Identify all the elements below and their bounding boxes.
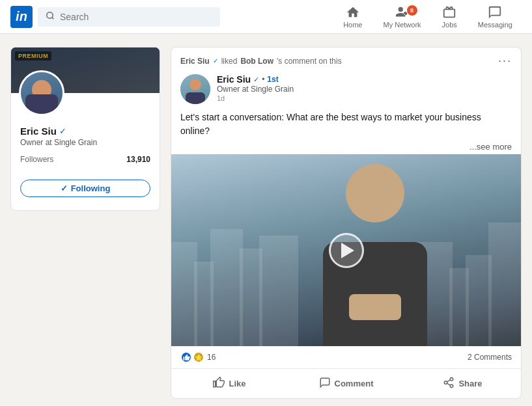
premium-badge: PREMIUM [15, 51, 51, 61]
nav-items: Home 8 My Network Jobs Messaging [334, 0, 522, 34]
post-card: Eric Siu ✓ liked Bob Low 's comment on t… [171, 47, 522, 399]
nav-messaging-label: Messaging [478, 21, 512, 29]
nav-messaging[interactable]: Messaging [469, 0, 522, 34]
main-layout: PREMIUM Eric Siu ✓ Owner at Single Grain [0, 34, 532, 406]
action-row: Like Comment Share [171, 369, 521, 398]
post-verified-icon: ✓ [253, 75, 259, 84]
profile-name[interactable]: Eric Siu [20, 126, 57, 137]
svg-point-4 [445, 381, 448, 385]
notification-badge: 8 [407, 5, 417, 16]
activity-suffix: 's comment on this [277, 57, 342, 66]
followers-count: 13,910 [126, 155, 150, 164]
top-navigation: in Home 8 My Network Jobs Messaging [0, 0, 532, 34]
search-input[interactable] [60, 12, 212, 22]
actor-verified-icon: ✓ [213, 57, 218, 64]
profile-name-row: Eric Siu ✓ [20, 126, 150, 137]
post-author-name[interactable]: Eric Siu [217, 74, 251, 85]
followers-row: Followers 13,910 [20, 155, 150, 164]
verified-icon: ✓ [59, 126, 66, 136]
search-bar[interactable] [38, 7, 220, 27]
followers-label: Followers [20, 155, 53, 164]
see-more-link[interactable]: ...see more [171, 142, 521, 154]
like-button[interactable]: Like [171, 372, 288, 396]
share-button-icon [443, 377, 455, 390]
profile-info: Eric Siu ✓ Owner at Single Grain Followe… [11, 116, 160, 173]
reactions-count: 16 [207, 353, 216, 362]
play-icon [341, 243, 354, 258]
share-button[interactable]: Share [404, 372, 521, 396]
post-activity: Eric Siu ✓ liked Bob Low 's comment on t… [171, 47, 521, 70]
play-button[interactable] [329, 233, 364, 268]
post-text: Let's start a conversation: What are the… [171, 108, 521, 142]
nav-home[interactable]: Home [334, 0, 371, 34]
activity-actor: Eric Siu [180, 57, 210, 66]
sidebar: PREMIUM Eric Siu ✓ Owner at Single Grain [10, 47, 160, 393]
nav-jobs[interactable]: Jobs [433, 0, 466, 34]
post-video[interactable] [171, 154, 521, 346]
like-button-label: Like [229, 379, 245, 388]
post-user-row: Eric Siu ✓ • 1st Owner at Single Grain 1… [171, 70, 521, 108]
nav-jobs-label: Jobs [442, 21, 457, 29]
reaction-icons: ⭐ [180, 351, 204, 363]
feed: Eric Siu ✓ liked Bob Low 's comment on t… [171, 47, 522, 393]
following-label: Following [71, 183, 111, 193]
comment-button-label: Comment [335, 379, 374, 388]
svg-line-7 [447, 380, 451, 382]
comments-count[interactable]: 2 Comments [468, 353, 512, 362]
profile-title: Owner at Single Grain [20, 138, 150, 147]
gold-reaction-icon: ⭐ [193, 351, 204, 363]
svg-line-1 [52, 17, 54, 19]
svg-point-3 [451, 378, 454, 381]
svg-point-5 [451, 385, 454, 388]
like-reaction-icon [180, 351, 192, 363]
checkmark-icon: ✓ [61, 183, 68, 193]
post-time: 1d [217, 94, 294, 102]
like-button-icon [213, 377, 225, 390]
degree-separator: • [262, 75, 264, 84]
svg-line-6 [447, 383, 451, 385]
video-person [303, 164, 447, 346]
post-author-position: Owner at Single Grain [217, 85, 294, 94]
profile-avatar-wrap[interactable] [19, 70, 64, 116]
activity-verb: liked [221, 57, 238, 66]
nav-network-label: My Network [383, 21, 421, 29]
svg-point-2 [398, 7, 402, 11]
share-button-label: Share [458, 379, 482, 388]
activity-target: Bob Low [240, 57, 273, 66]
comment-button[interactable]: Comment [288, 372, 404, 396]
search-icon [46, 11, 55, 23]
nav-my-network[interactable]: 8 My Network [374, 0, 430, 34]
post-author-info: Eric Siu ✓ • 1st Owner at Single Grain 1… [217, 74, 294, 102]
profile-card: PREMIUM Eric Siu ✓ Owner at Single Grain [10, 47, 160, 211]
nav-home-label: Home [343, 21, 362, 29]
post-degree: 1st [267, 75, 278, 84]
linkedin-logo[interactable]: in [10, 6, 33, 28]
more-options-button[interactable]: ··· [498, 54, 512, 68]
post-author-avatar[interactable] [180, 74, 210, 104]
comment-button-icon [319, 377, 331, 390]
following-button[interactable]: ✓ Following [20, 180, 150, 197]
avatar [19, 70, 64, 116]
reactions-row: ⭐ 16 2 Comments [171, 346, 521, 369]
svg-point-0 [47, 12, 53, 18]
